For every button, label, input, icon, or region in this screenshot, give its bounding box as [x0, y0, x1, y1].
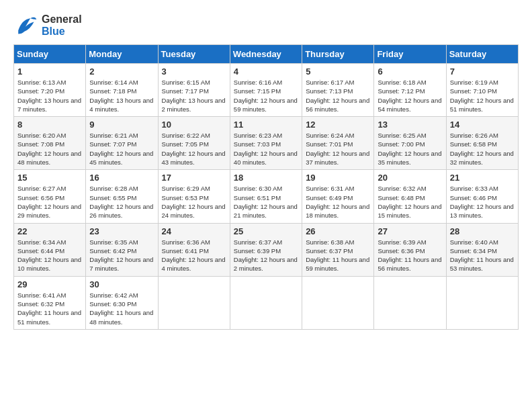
day-number: 21 — [450, 173, 515, 183]
calendar-cell: 5Sunrise: 6:17 AMSunset: 7:13 PMDaylight… — [302, 64, 374, 117]
day-number: 23 — [89, 226, 154, 236]
calendar-table: SundayMondayTuesdayWednesdayThursdayFrid… — [13, 44, 519, 330]
day-info: Sunrise: 6:13 AMSunset: 7:20 PMDaylight:… — [17, 78, 82, 113]
day-info: Sunrise: 6:14 AMSunset: 7:18 PMDaylight:… — [89, 78, 154, 113]
day-info: Sunrise: 6:34 AMSunset: 6:44 PMDaylight:… — [17, 238, 82, 273]
day-info: Sunrise: 6:33 AMSunset: 6:46 PMDaylight:… — [450, 184, 515, 220]
day-number: 6 — [378, 66, 442, 77]
day-info: Sunrise: 6:24 AMSunset: 7:01 PMDaylight:… — [306, 131, 370, 167]
calendar-cell: 29Sunrise: 6:41 AMSunset: 6:32 PMDayligh… — [14, 276, 86, 329]
calendar-week-row: 29Sunrise: 6:41 AMSunset: 6:32 PMDayligh… — [14, 276, 519, 329]
column-header-tuesday: Tuesday — [158, 45, 230, 64]
day-info: Sunrise: 6:31 AMSunset: 6:49 PMDaylight:… — [306, 184, 370, 220]
calendar-cell: 24Sunrise: 6:36 AMSunset: 6:41 PMDayligh… — [158, 223, 230, 276]
column-header-friday: Friday — [374, 45, 446, 64]
day-number: 11 — [234, 120, 298, 130]
day-info: Sunrise: 6:19 AMSunset: 7:10 PMDaylight:… — [450, 78, 515, 113]
calendar-cell: 20Sunrise: 6:32 AMSunset: 6:48 PMDayligh… — [374, 170, 446, 223]
calendar-cell: 9Sunrise: 6:21 AMSunset: 7:07 PMDaylight… — [86, 117, 158, 170]
day-number: 7 — [450, 66, 515, 77]
day-info: Sunrise: 6:30 AMSunset: 6:51 PMDaylight:… — [234, 184, 298, 220]
day-info: Sunrise: 6:36 AMSunset: 6:41 PMDaylight:… — [162, 238, 226, 273]
logo-text: General Blue — [42, 13, 82, 38]
calendar-cell — [158, 276, 230, 329]
day-number: 30 — [89, 279, 154, 289]
day-number: 27 — [378, 226, 442, 236]
calendar-cell: 23Sunrise: 6:35 AMSunset: 6:42 PMDayligh… — [86, 223, 158, 276]
day-info: Sunrise: 6:26 AMSunset: 6:58 PMDaylight:… — [450, 131, 515, 167]
calendar-cell: 3Sunrise: 6:15 AMSunset: 7:17 PMDaylight… — [158, 64, 230, 117]
day-number: 25 — [234, 226, 298, 236]
calendar-cell: 2Sunrise: 6:14 AMSunset: 7:18 PMDaylight… — [86, 64, 158, 117]
calendar-cell: 17Sunrise: 6:29 AMSunset: 6:53 PMDayligh… — [158, 170, 230, 223]
day-number: 24 — [162, 226, 226, 236]
day-info: Sunrise: 6:23 AMSunset: 7:03 PMDaylight:… — [234, 131, 298, 167]
day-info: Sunrise: 6:40 AMSunset: 6:34 PMDaylight:… — [450, 238, 515, 273]
calendar-week-row: 8Sunrise: 6:20 AMSunset: 7:08 PMDaylight… — [14, 117, 519, 170]
day-info: Sunrise: 6:32 AMSunset: 6:48 PMDaylight:… — [378, 184, 442, 220]
day-info: Sunrise: 6:22 AMSunset: 7:05 PMDaylight:… — [162, 131, 226, 167]
day-number: 8 — [17, 120, 82, 130]
calendar-cell: 16Sunrise: 6:28 AMSunset: 6:55 PMDayligh… — [86, 170, 158, 223]
day-info: Sunrise: 6:38 AMSunset: 6:37 PMDaylight:… — [306, 238, 370, 273]
calendar-week-row: 1Sunrise: 6:13 AMSunset: 7:20 PMDaylight… — [14, 64, 519, 117]
calendar-cell: 11Sunrise: 6:23 AMSunset: 7:03 PMDayligh… — [230, 117, 302, 170]
calendar-cell: 15Sunrise: 6:27 AMSunset: 6:56 PMDayligh… — [14, 170, 86, 223]
calendar-cell: 18Sunrise: 6:30 AMSunset: 6:51 PMDayligh… — [230, 170, 302, 223]
calendar-cell — [230, 276, 302, 329]
column-header-sunday: Sunday — [14, 45, 86, 64]
day-info: Sunrise: 6:17 AMSunset: 7:13 PMDaylight:… — [306, 78, 370, 113]
day-number: 17 — [162, 173, 226, 183]
day-info: Sunrise: 6:27 AMSunset: 6:56 PMDaylight:… — [17, 184, 82, 220]
calendar-cell: 27Sunrise: 6:39 AMSunset: 6:36 PMDayligh… — [374, 223, 446, 276]
day-info: Sunrise: 6:37 AMSunset: 6:39 PMDaylight:… — [234, 238, 298, 273]
calendar-cell: 19Sunrise: 6:31 AMSunset: 6:49 PMDayligh… — [302, 170, 374, 223]
calendar-cell: 26Sunrise: 6:38 AMSunset: 6:37 PMDayligh… — [302, 223, 374, 276]
day-number: 16 — [89, 173, 154, 183]
day-info: Sunrise: 6:42 AMSunset: 6:30 PMDaylight:… — [89, 291, 154, 326]
day-info: Sunrise: 6:25 AMSunset: 7:00 PMDaylight:… — [378, 131, 442, 167]
day-number: 2 — [89, 66, 154, 77]
calendar-cell — [446, 276, 518, 329]
column-header-saturday: Saturday — [446, 45, 518, 64]
calendar-header-row: SundayMondayTuesdayWednesdayThursdayFrid… — [14, 45, 519, 64]
calendar-cell: 14Sunrise: 6:26 AMSunset: 6:58 PMDayligh… — [446, 117, 518, 170]
page-header: General Blue — [13, 13, 519, 38]
calendar-cell: 30Sunrise: 6:42 AMSunset: 6:30 PMDayligh… — [86, 276, 158, 329]
day-number: 18 — [234, 173, 298, 183]
day-info: Sunrise: 6:21 AMSunset: 7:07 PMDaylight:… — [89, 131, 154, 167]
day-info: Sunrise: 6:35 AMSunset: 6:42 PMDaylight:… — [89, 238, 154, 273]
calendar-cell: 12Sunrise: 6:24 AMSunset: 7:01 PMDayligh… — [302, 117, 374, 170]
calendar-week-row: 15Sunrise: 6:27 AMSunset: 6:56 PMDayligh… — [14, 170, 519, 223]
day-number: 20 — [378, 173, 442, 183]
calendar-cell: 1Sunrise: 6:13 AMSunset: 7:20 PMDaylight… — [14, 64, 86, 117]
day-info: Sunrise: 6:39 AMSunset: 6:36 PMDaylight:… — [378, 238, 442, 273]
day-number: 4 — [234, 66, 298, 77]
day-number: 12 — [306, 120, 370, 130]
day-info: Sunrise: 6:15 AMSunset: 7:17 PMDaylight:… — [162, 78, 226, 113]
day-info: Sunrise: 6:28 AMSunset: 6:55 PMDaylight:… — [89, 184, 154, 220]
day-number: 15 — [17, 173, 82, 183]
logo-icon — [13, 13, 38, 38]
day-number: 13 — [378, 120, 442, 130]
calendar-cell: 7Sunrise: 6:19 AMSunset: 7:10 PMDaylight… — [446, 64, 518, 117]
day-number: 3 — [162, 66, 226, 77]
calendar-cell: 13Sunrise: 6:25 AMSunset: 7:00 PMDayligh… — [374, 117, 446, 170]
calendar-cell: 4Sunrise: 6:16 AMSunset: 7:15 PMDaylight… — [230, 64, 302, 117]
calendar-cell: 28Sunrise: 6:40 AMSunset: 6:34 PMDayligh… — [446, 223, 518, 276]
day-number: 19 — [306, 173, 370, 183]
calendar-cell: 8Sunrise: 6:20 AMSunset: 7:08 PMDaylight… — [14, 117, 86, 170]
day-number: 29 — [17, 279, 82, 289]
calendar-cell: 6Sunrise: 6:18 AMSunset: 7:12 PMDaylight… — [374, 64, 446, 117]
calendar-cell: 21Sunrise: 6:33 AMSunset: 6:46 PMDayligh… — [446, 170, 518, 223]
day-number: 1 — [17, 66, 82, 77]
day-number: 9 — [89, 120, 154, 130]
day-info: Sunrise: 6:29 AMSunset: 6:53 PMDaylight:… — [162, 184, 226, 220]
calendar-cell: 25Sunrise: 6:37 AMSunset: 6:39 PMDayligh… — [230, 223, 302, 276]
day-number: 5 — [306, 66, 370, 77]
day-number: 14 — [450, 120, 515, 130]
logo: General Blue — [13, 13, 82, 38]
column-header-monday: Monday — [86, 45, 158, 64]
calendar-week-row: 22Sunrise: 6:34 AMSunset: 6:44 PMDayligh… — [14, 223, 519, 276]
calendar-cell — [302, 276, 374, 329]
